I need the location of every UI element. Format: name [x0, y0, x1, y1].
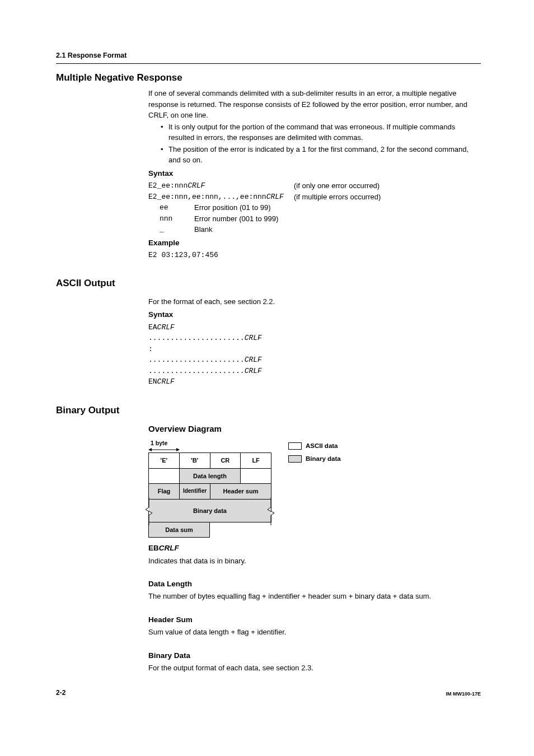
swatch-binary	[288, 455, 302, 463]
cell-header-sum: Header sum	[210, 484, 271, 499]
cell-identifier: Identifier	[180, 484, 210, 499]
code-line: EACRLF	[148, 322, 481, 333]
mnr-intro: If one of several commands delimited wit…	[148, 88, 481, 121]
syntax-heading: Syntax	[148, 309, 481, 320]
cell-e: 'E'	[149, 453, 180, 468]
cell-data-sum: Data sum	[149, 522, 209, 538]
svg-marker-1	[148, 448, 152, 451]
code-line: :	[148, 344, 481, 355]
syntax-line: E2_ee:nnn,ee:nnn,...,ee:nnnCRLF (if mult…	[148, 192, 481, 203]
code-line: ......................CRLF	[148, 354, 481, 366]
term: _	[160, 224, 194, 235]
rule	[56, 63, 481, 64]
code-line: ......................CRLF	[148, 366, 481, 377]
overview-heading: Overview Diagram	[148, 423, 481, 436]
cell-b: 'B'	[180, 453, 210, 468]
svg-marker-2	[176, 448, 180, 451]
code: E2_ee:nnn,ee:nnn,...,ee:nnn	[148, 193, 266, 201]
syntax-heading: Syntax	[148, 168, 481, 179]
data-length-text: The number of bytes equalling flag + ind…	[148, 591, 481, 602]
page-number: 2-2	[56, 688, 65, 698]
crlf: CRLF	[188, 181, 205, 190]
term: ee	[160, 202, 194, 213]
cell-cr: CR	[210, 453, 241, 468]
binary-diagram: 1 byte 'E' 'B' CR LF Data length F	[148, 439, 271, 538]
binary-data-text: For the output format of each data, see …	[148, 662, 481, 674]
legend-label: ASCII data	[306, 441, 338, 451]
def-row: _ Blank	[160, 224, 481, 235]
def: Error number (001 to 999)	[194, 213, 278, 225]
binary-data-heading: Binary Data	[148, 650, 481, 661]
heading-binary-output: Binary Output	[56, 403, 481, 418]
ascii-intro: For the format of each, see section 2.2.	[148, 296, 481, 307]
heading-mnr: Multiple Negative Response	[56, 71, 481, 85]
mnr-bullets: It is only output for the portion of the…	[161, 122, 481, 166]
note: (if only one error occurred)	[294, 180, 380, 192]
cell-binary-data: Binary data	[148, 499, 271, 522]
byte-label: 1 byte	[148, 439, 271, 448]
def-row: ee Error position (01 to 99)	[160, 202, 481, 213]
swatch-ascii	[288, 442, 302, 450]
term: nnn	[160, 213, 194, 225]
bullet: The position of the error is indicated b…	[161, 144, 481, 166]
data-length-heading: Data Length	[148, 578, 481, 590]
heading-ascii-output: ASCII Output	[56, 276, 481, 291]
cell-lf: LF	[241, 453, 271, 468]
bullet: It is only output for the portion of the…	[161, 122, 481, 143]
cell-data-length: Data length	[180, 469, 241, 484]
legend: ASCII data Binary data	[288, 441, 341, 468]
doc-id: IM MW100-17E	[446, 690, 481, 698]
section-header: 2.1 Response Format	[56, 50, 481, 61]
legend-label: Binary data	[306, 454, 341, 464]
def: Error position (01 to 99)	[194, 202, 271, 213]
header-sum-heading: Header Sum	[148, 614, 481, 626]
def-row: nnn Error number (001 to 999)	[160, 213, 481, 225]
header-sum-text: Sum value of data length + flag + identi…	[148, 627, 481, 638]
ebcrlf-text: Indicates that data is in binary.	[148, 556, 481, 567]
code: E2_ee:nnn	[148, 181, 188, 190]
code-line: ......................CRLF	[148, 333, 481, 344]
code-line: ENCRLF	[148, 376, 481, 388]
syntax-line: E2_ee:nnnCRLF (if only one error occurre…	[148, 180, 481, 192]
note: (if multiple errors occurred)	[294, 192, 381, 203]
crlf: CRLF	[266, 193, 284, 201]
cell-flag: Flag	[149, 484, 180, 499]
ebcrlf-heading: EBCRLF	[148, 543, 481, 554]
def: Blank	[194, 224, 213, 235]
example-code: E2 03:123,07:456	[148, 250, 481, 261]
example-heading: Example	[148, 237, 481, 249]
